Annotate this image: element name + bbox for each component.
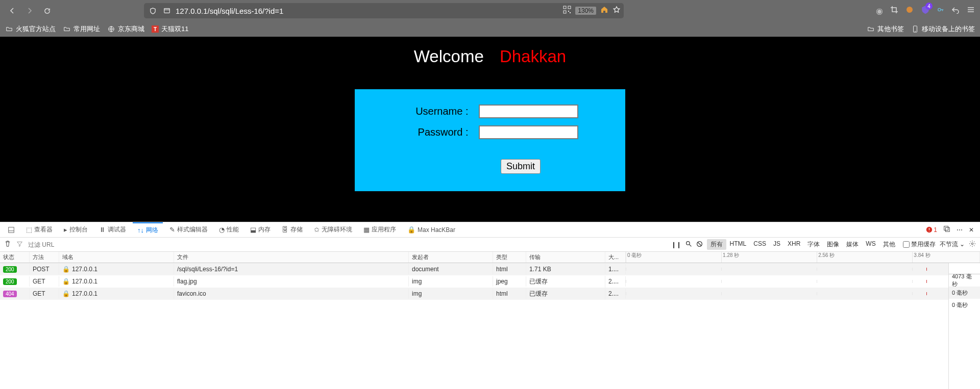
svg-rect-2 bbox=[568, 6, 571, 9]
summary-cell: 4073 毫秒 bbox=[949, 274, 980, 287]
svg-rect-12 bbox=[944, 226, 948, 230]
tab-hackbar[interactable]: 🔒Max HacKBar bbox=[403, 222, 460, 237]
qr-icon[interactable] bbox=[563, 6, 571, 16]
tab-storage[interactable]: 🗄存储 bbox=[277, 222, 307, 237]
svg-point-7 bbox=[938, 8, 941, 11]
mobile-icon bbox=[911, 25, 919, 33]
tab-inspector[interactable]: ⬚查看器 bbox=[21, 222, 57, 237]
tab-console[interactable]: ▸控制台 bbox=[59, 222, 92, 237]
tab-network[interactable]: ↑↓网络 bbox=[133, 222, 163, 237]
forward-button[interactable] bbox=[22, 4, 37, 18]
home-icon[interactable] bbox=[600, 6, 608, 16]
filter-input[interactable] bbox=[28, 241, 156, 248]
network-headers: 状态 方法 域名 文件 发起者 类型 传输 大... 0 毫秒 1.28 秒 2… bbox=[0, 252, 980, 263]
throttle-select[interactable]: 不节流 ⌄ bbox=[940, 240, 965, 249]
ext-icon-1[interactable]: ◉ bbox=[876, 6, 883, 16]
svg-rect-3 bbox=[564, 11, 566, 13]
devtools-dock-icon[interactable] bbox=[3, 222, 19, 237]
undo-icon[interactable] bbox=[951, 6, 960, 16]
table-row[interactable]: 200POST🔒127.0.0.1/sql/sqli/Less-16/?id=1… bbox=[0, 263, 980, 275]
ext-icon-crop[interactable] bbox=[890, 6, 898, 16]
settings-gear-icon[interactable] bbox=[969, 240, 976, 249]
ext-icon-4[interactable]: 4 bbox=[921, 5, 930, 16]
bookmark-star-icon[interactable] bbox=[612, 6, 621, 16]
svg-rect-13 bbox=[945, 227, 949, 231]
tab-perf[interactable]: ◔性能 bbox=[214, 222, 243, 237]
disable-cache-check[interactable]: 禁用缓存 bbox=[903, 240, 936, 249]
table-row[interactable]: 200GET🔒127.0.0.1flag.jpgimgjpeg已缓存2.... bbox=[0, 275, 980, 288]
page-title: Welcome Dhakkan bbox=[414, 47, 566, 66]
bookmark-firefox[interactable]: 火狐官方站点 bbox=[5, 24, 56, 34]
page-content: Welcome Dhakkan Username : Password : Su… bbox=[0, 37, 980, 222]
reload-button[interactable] bbox=[40, 4, 54, 18]
shield-icon bbox=[147, 7, 158, 15]
tab-debugger[interactable]: ⏸调试器 bbox=[94, 222, 131, 237]
pause-icon[interactable]: ❙❙ bbox=[671, 241, 681, 248]
menu-icon[interactable] bbox=[967, 6, 975, 16]
svg-point-6 bbox=[906, 7, 913, 13]
zoom-badge[interactable]: 130% bbox=[575, 7, 596, 15]
username-input[interactable] bbox=[479, 105, 578, 118]
summary-cell: 0 毫秒 bbox=[949, 299, 980, 311]
ext-icon-3[interactable] bbox=[905, 6, 914, 16]
svg-rect-10 bbox=[9, 227, 14, 232]
url-input[interactable] bbox=[176, 7, 560, 15]
bookmark-common[interactable]: 常用网址 bbox=[63, 24, 100, 34]
bookmark-jd[interactable]: 京东商城 bbox=[107, 24, 144, 34]
tab-memory[interactable]: ⬓内存 bbox=[246, 222, 275, 237]
svg-rect-1 bbox=[564, 6, 566, 9]
globe-icon bbox=[107, 25, 115, 33]
svg-rect-4 bbox=[568, 11, 569, 12]
search-icon[interactable] bbox=[685, 241, 692, 249]
trash-icon[interactable] bbox=[4, 240, 11, 249]
type-filter[interactable]: 所有 HTML CSS JS XHR 字体 图像 媒体 WS 其他 bbox=[707, 239, 899, 250]
table-row[interactable]: 404GET🔒127.0.0.1favicon.icoimghtml已缓存2..… bbox=[0, 288, 980, 300]
svg-point-14 bbox=[686, 241, 690, 245]
folder-icon bbox=[5, 25, 13, 33]
password-input[interactable] bbox=[479, 125, 578, 139]
error-count[interactable]: 1 bbox=[926, 226, 937, 234]
summary-cell: 0 毫秒 bbox=[949, 287, 980, 299]
login-form: Username : Password : Submit bbox=[355, 89, 625, 191]
back-button[interactable] bbox=[5, 4, 19, 18]
page-info-icon[interactable] bbox=[161, 7, 173, 14]
svg-point-16 bbox=[971, 243, 973, 245]
block-icon[interactable] bbox=[696, 241, 703, 249]
svg-rect-5 bbox=[570, 12, 571, 13]
bookmark-tmall[interactable]: T 天猫双11 bbox=[152, 24, 188, 34]
devtools-more-icon[interactable]: ⋯ bbox=[957, 226, 963, 234]
ext-icon-key[interactable] bbox=[937, 6, 944, 15]
tab-a11y[interactable]: ✩无障碍环境 bbox=[309, 222, 357, 237]
submit-button[interactable]: Submit bbox=[501, 159, 541, 174]
password-label: Password : bbox=[402, 126, 469, 138]
username-label: Username : bbox=[402, 106, 469, 117]
bookmark-other[interactable]: 其他书签 bbox=[867, 24, 904, 34]
address-bar[interactable]: 130% bbox=[144, 3, 624, 18]
svg-rect-0 bbox=[164, 9, 170, 13]
bookmark-mobile[interactable]: 移动设备上的书签 bbox=[911, 24, 975, 34]
folder-icon bbox=[867, 25, 875, 33]
tmall-icon: T bbox=[152, 25, 159, 33]
devtools-window-icon[interactable] bbox=[943, 225, 950, 234]
filter-funnel-icon[interactable] bbox=[16, 241, 23, 249]
tab-style[interactable]: ✎样式编辑器 bbox=[165, 222, 212, 237]
devtools-close-icon[interactable]: ✕ bbox=[969, 226, 974, 234]
folder-icon bbox=[63, 25, 71, 33]
devtools-panel: ⬚查看器 ▸控制台 ⏸调试器 ↑↓网络 ✎样式编辑器 ◔性能 ⬓内存 🗄存储 ✩… bbox=[0, 222, 980, 389]
tab-app[interactable]: ▦应用程序 bbox=[359, 222, 401, 237]
